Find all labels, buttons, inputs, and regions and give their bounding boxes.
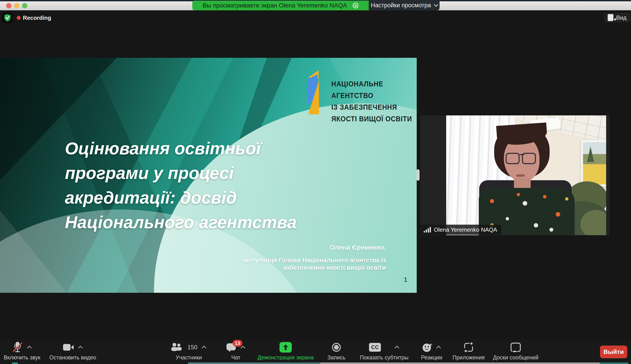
leave-meeting-button[interactable]: Выйти bbox=[600, 346, 627, 358]
glasses bbox=[506, 153, 536, 164]
logo-line: ІЗ ЗАБЕЗПЕЧЕННЯ bbox=[331, 101, 412, 113]
chat-unread-badge: 13 bbox=[233, 340, 242, 347]
slide-title-line: програми у процесі bbox=[65, 161, 297, 185]
record-icon bbox=[332, 343, 341, 352]
desktop-edge-sliver bbox=[600, 362, 628, 364]
chat-button[interactable]: 13 Чат bbox=[227, 342, 245, 361]
slide-title: Оцінювання освітньої програми у процесі … bbox=[65, 136, 297, 234]
stop-video-button[interactable]: Остановить видео bbox=[49, 342, 96, 361]
desktop-edge-sliver bbox=[12, 362, 18, 364]
recording-dot-icon bbox=[17, 16, 21, 20]
unmute-label: Включить звук bbox=[4, 354, 41, 361]
chevron-up-icon[interactable] bbox=[202, 346, 206, 350]
naqa-logo-mark bbox=[306, 70, 324, 115]
whiteboards-label: Доски сообщений bbox=[493, 354, 538, 361]
naqa-logo-text: НАЦІОНАЛЬНЕ АГЕНТСТВО ІЗ ЗАБЕЗПЕЧЕННЯ ЯК… bbox=[331, 78, 412, 125]
chat-label: Чат bbox=[231, 354, 240, 361]
view-settings-dropdown[interactable]: Настройки просмотра bbox=[369, 0, 440, 10]
view-button[interactable]: Вид bbox=[604, 13, 630, 22]
eye-icon bbox=[353, 3, 358, 8]
captions-label: Показать субтитры bbox=[360, 354, 409, 361]
chevron-up-icon[interactable] bbox=[27, 346, 32, 350]
desktop-edge-sliver bbox=[320, 362, 600, 364]
slide-title-line: Національного агентства bbox=[65, 210, 297, 234]
chat-icon: 13 bbox=[227, 343, 236, 352]
share-banner-text: Вы просматриваете экран Olena Yeremenko … bbox=[203, 2, 347, 9]
logo-line: АГЕНТСТВО bbox=[331, 90, 412, 101]
mic-muted-icon bbox=[12, 342, 23, 353]
slide-title-line: акредитації: досвід bbox=[65, 185, 297, 210]
wall-picture bbox=[581, 140, 606, 186]
share-screen-button[interactable]: Демонстрация экрана bbox=[257, 342, 313, 361]
minimize-window-button[interactable] bbox=[14, 3, 19, 8]
participants-button[interactable]: 150 Участники bbox=[171, 342, 206, 361]
recording-label: Recording bbox=[23, 14, 51, 21]
participants-label: Участники bbox=[176, 354, 202, 361]
share-screen-label: Демонстрация экрана bbox=[257, 354, 313, 361]
mouth bbox=[516, 174, 525, 177]
slide-title-line: Оцінювання освітньої bbox=[65, 136, 297, 161]
slide-page-number: 1 bbox=[404, 276, 408, 283]
author-name: Олена Єременко, bbox=[242, 244, 386, 251]
camera-icon bbox=[63, 344, 74, 350]
participant-name: Olena Yeremenko NAQA bbox=[434, 226, 497, 233]
apps-icon bbox=[464, 342, 473, 352]
logo-line: НАЦІОНАЛЬНЕ bbox=[331, 78, 412, 90]
audio-level-icon bbox=[424, 227, 431, 232]
reactions-label: Реакции bbox=[421, 354, 442, 361]
desktop-edge-sliver bbox=[188, 362, 320, 364]
whiteboard-icon bbox=[511, 343, 521, 352]
meeting-toolbar: Включить звук Остановить видео 150 Участ… bbox=[0, 340, 631, 364]
author-title-line: заступниця Голови Національного агентств… bbox=[242, 256, 386, 264]
view-settings-label: Настройки просмотра bbox=[371, 2, 431, 9]
record-label: Запись bbox=[327, 354, 346, 361]
participant-name-label: Olena Yeremenko NAQA bbox=[420, 225, 501, 235]
security-shield-chip[interactable] bbox=[2, 12, 13, 23]
view-label: Вид bbox=[616, 14, 626, 21]
chevron-up-icon[interactable] bbox=[78, 346, 83, 350]
logo-line: ЯКОСТІ ВИЩОЇ ОСВІТИ bbox=[331, 113, 412, 125]
unmute-button[interactable]: Включить звук bbox=[4, 342, 41, 361]
captions-button[interactable]: CC Показать субтитры bbox=[360, 342, 409, 361]
shared-presentation-slide: НАЦІОНАЛЬНЕ АГЕНТСТВО ІЗ ЗАБЕЗПЕЧЕННЯ ЯК… bbox=[0, 58, 417, 293]
chevron-up-icon[interactable] bbox=[395, 346, 399, 350]
participants-count: 150 bbox=[187, 344, 197, 351]
share-screen-icon bbox=[279, 342, 292, 352]
record-button[interactable]: Запись bbox=[327, 342, 346, 361]
chevron-down-icon bbox=[434, 2, 438, 7]
stop-video-label: Остановить видео bbox=[49, 354, 96, 361]
thumbnail-collapse-handle[interactable] bbox=[417, 169, 420, 181]
participant-video-tile[interactable]: Olena Yeremenko NAQA bbox=[420, 116, 609, 235]
participants-icon bbox=[171, 343, 182, 352]
close-window-button[interactable] bbox=[6, 3, 12, 8]
zoom-meeting-window: Вы просматриваете экран Olena Yeremenko … bbox=[0, 0, 631, 364]
chevron-up-icon[interactable] bbox=[241, 346, 245, 350]
zoom-window-button[interactable] bbox=[22, 3, 27, 8]
reactions-smiley-icon: + bbox=[422, 343, 432, 352]
chevron-up-icon[interactable] bbox=[436, 346, 441, 350]
participant-video-feed bbox=[446, 116, 606, 235]
reactions-button[interactable]: + Реакции bbox=[421, 342, 442, 361]
apps-label: Приложения bbox=[453, 354, 485, 361]
whiteboards-button[interactable]: Доски сообщений bbox=[493, 342, 538, 361]
view-layout-icon bbox=[608, 14, 613, 21]
screen-share-banner: Вы просматриваете экран Olena Yeremenko … bbox=[192, 1, 369, 10]
author-title-line: забезпечення якості вищої освіти bbox=[242, 264, 386, 272]
closed-captions-icon: CC bbox=[369, 343, 381, 352]
apps-button[interactable]: Приложения bbox=[453, 342, 485, 361]
shield-check-icon bbox=[4, 14, 11, 22]
slide-author-block: Олена Єременко, заступниця Голови Націон… bbox=[242, 244, 386, 272]
